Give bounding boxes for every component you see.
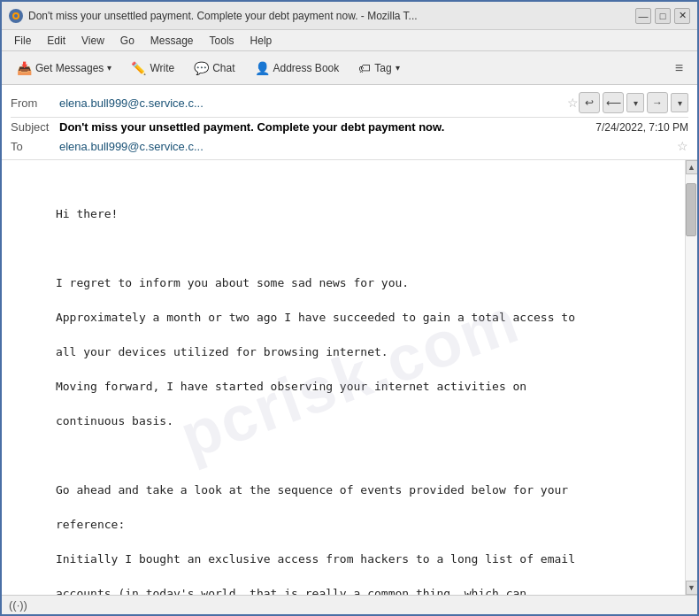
toolbar-menu-icon[interactable]: ≡ — [668, 57, 690, 80]
email-greeting: Hi there! — [56, 207, 118, 220]
menu-go[interactable]: Go — [113, 33, 142, 49]
forward-chevron-down[interactable]: ▾ — [671, 93, 688, 112]
tag-icon: 🏷 — [358, 61, 371, 75]
menu-file[interactable]: File — [7, 33, 38, 49]
email-line-8: Initially I bought an exclusive access f… — [56, 552, 575, 566]
address-book-label: Address Book — [273, 62, 340, 74]
header-nav-controls: ↩ ⟵ ▾ → ▾ — [579, 92, 688, 113]
nav-chevron-down[interactable]: ▾ — [626, 93, 644, 112]
to-value: elena.bull999@c.service.c... — [59, 140, 673, 153]
to-label: To — [11, 140, 59, 153]
get-messages-button[interactable]: 📥 Get Messages ▾ — [9, 57, 119, 80]
email-line-2: Approximately a month or two ago I have … — [56, 311, 575, 324]
menu-tools[interactable]: Tools — [203, 33, 242, 49]
address-book-icon: 👤 — [255, 61, 270, 75]
maximize-button[interactable]: □ — [655, 8, 671, 24]
get-messages-label: Get Messages — [35, 62, 104, 74]
email-body-container: pcrisk.com Hi there! I regret to inform … — [2, 160, 697, 595]
title-bar: Don't miss your unsettled payment. Compl… — [2, 2, 697, 30]
write-icon: ✏️ — [131, 61, 146, 75]
menu-message[interactable]: Message — [143, 33, 201, 49]
menu-bar: File Edit View Go Message Tools Help — [2, 30, 697, 51]
toolbar: 📥 Get Messages ▾ ✏️ Write 💬 Chat 👤 Addre… — [2, 51, 697, 85]
browser-window: Don't miss your unsettled payment. Compl… — [0, 0, 699, 616]
email-line-4: Moving forward, I have started observing… — [56, 380, 526, 393]
email-line-5: continuous basis. — [56, 414, 173, 427]
chat-button[interactable]: 💬 Chat — [186, 57, 242, 80]
close-button[interactable]: ✕ — [674, 8, 690, 24]
tag-button[interactable]: 🏷 Tag ▾ — [350, 57, 407, 80]
subject-row: Subject Don't miss your unsettled paymen… — [11, 118, 688, 136]
email-line-7: reference: — [56, 518, 125, 531]
get-messages-icon: 📥 — [17, 61, 32, 75]
email-line-6: Go ahead and take a look at the sequence… — [56, 483, 568, 497]
email-line-1: I regret to inform you about some sad ne… — [56, 276, 409, 289]
subject-value: Don't miss your unsettled payment. Compl… — [59, 120, 588, 134]
status-icon: ((·)) — [9, 598, 27, 612]
watermark: pcrisk.com — [167, 272, 533, 482]
window-title: Don't miss your unsettled payment. Compl… — [28, 10, 630, 22]
scroll-thumb[interactable] — [686, 183, 696, 236]
window-controls: — □ ✕ — [635, 8, 690, 24]
scroll-up-arrow[interactable]: ▲ — [686, 160, 698, 174]
email-line-9: accounts (in today's world, that is real… — [56, 587, 526, 595]
menu-help[interactable]: Help — [243, 33, 280, 49]
get-messages-dropdown-icon[interactable]: ▾ — [107, 63, 111, 73]
email-date: 7/24/2022, 7:10 PM — [595, 121, 688, 134]
minimize-button[interactable]: — — [635, 8, 651, 24]
email-header: From elena.bull999@c.service.c... ☆ ↩ ⟵ … — [2, 85, 697, 160]
from-row: From elena.bull999@c.service.c... ☆ — [11, 93, 579, 112]
reply-button[interactable]: ↩ — [579, 92, 600, 113]
address-book-button[interactable]: 👤 Address Book — [247, 57, 348, 80]
chat-icon: 💬 — [194, 61, 209, 75]
app-icon — [9, 9, 23, 23]
chat-label: Chat — [212, 62, 234, 74]
to-row: To elena.bull999@c.service.c... ☆ — [11, 136, 688, 156]
tag-dropdown-icon[interactable]: ▾ — [396, 63, 400, 73]
menu-edit[interactable]: Edit — [40, 33, 73, 49]
from-value: elena.bull999@c.service.c... — [59, 96, 564, 110]
from-star-icon[interactable]: ☆ — [567, 96, 579, 110]
subject-label: Subject — [11, 120, 59, 134]
forward-button[interactable]: → — [647, 92, 668, 113]
to-star-icon[interactable]: ☆ — [677, 139, 688, 153]
email-body: pcrisk.com Hi there! I regret to inform … — [2, 160, 685, 595]
svg-point-2 — [14, 14, 18, 18]
email-line-3: all your devices utilized for browsing i… — [56, 345, 388, 358]
reply-all-button[interactable]: ⟵ — [603, 92, 624, 113]
from-label: From — [11, 96, 59, 110]
scroll-down-arrow[interactable]: ▼ — [686, 581, 698, 595]
scroll-track[interactable] — [686, 174, 697, 581]
write-label: Write — [150, 62, 174, 74]
scrollbar: ▲ ▼ — [685, 160, 697, 595]
menu-view[interactable]: View — [74, 33, 111, 49]
tag-label: Tag — [374, 62, 391, 74]
status-bar: ((·)) — [2, 595, 697, 614]
write-button[interactable]: ✏️ Write — [123, 57, 182, 80]
